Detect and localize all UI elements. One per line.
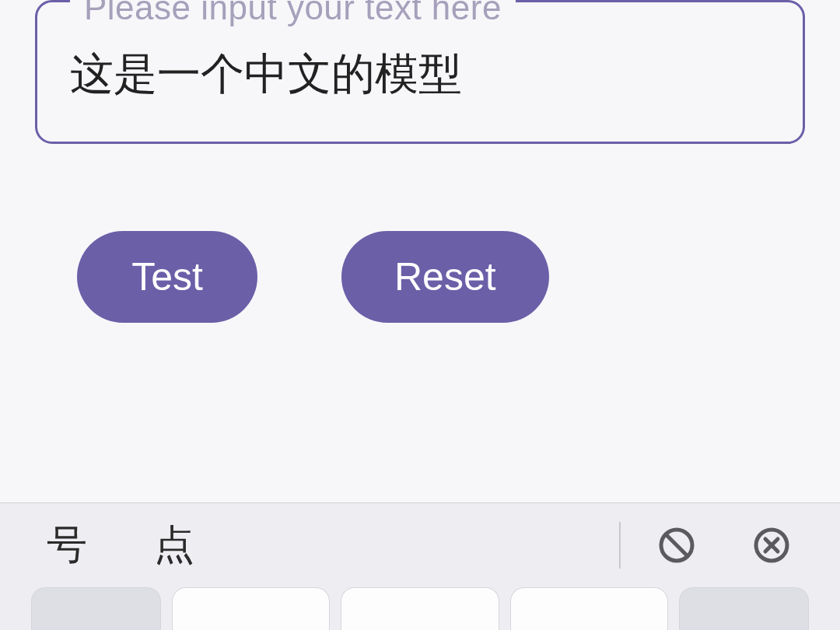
- button-row: Test Reset: [77, 231, 805, 323]
- svg-line-1: [666, 534, 688, 556]
- block-icon[interactable]: [653, 522, 700, 569]
- keyboard-key[interactable]: [172, 587, 330, 630]
- suggestion-item[interactable]: 点: [154, 518, 194, 572]
- input-legend: Please input your text here: [70, 0, 516, 27]
- close-icon[interactable]: [748, 522, 795, 569]
- reset-button[interactable]: Reset: [341, 231, 549, 323]
- keyboard-key[interactable]: [341, 587, 499, 630]
- divider: [619, 522, 621, 569]
- keyboard-bar: 号 点: [0, 502, 840, 630]
- keyboard-key[interactable]: [31, 587, 161, 630]
- text-input[interactable]: 这是一个中文的模型: [70, 45, 770, 104]
- suggestion-row: 号 点: [0, 503, 840, 587]
- keyboard-key[interactable]: [679, 587, 809, 630]
- keyboard-key[interactable]: [510, 587, 668, 630]
- test-button[interactable]: Test: [77, 231, 257, 323]
- keyboard-key-row: [0, 587, 840, 615]
- text-input-fieldset: Please input your text here 这是一个中文的模型: [35, 0, 805, 144]
- suggestion-item[interactable]: 号: [47, 518, 87, 572]
